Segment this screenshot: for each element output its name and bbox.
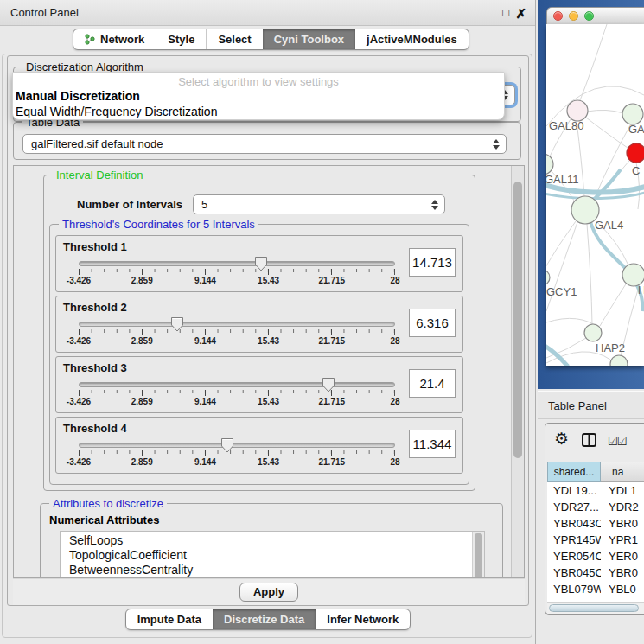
threshold-3-label: Threshold 3 xyxy=(63,361,127,374)
dropdown-option-equal-width-frequency[interactable]: Equal Width/Frequency Discretization xyxy=(13,104,504,119)
number-of-intervals-spinner[interactable]: 5 xyxy=(193,194,445,214)
apply-bar: Apply xyxy=(13,578,525,605)
threshold-4-label: Threshold 4 xyxy=(63,422,127,435)
threshold-4-value-field[interactable]: 11.344 xyxy=(409,430,456,458)
spinner-arrows-icon xyxy=(431,200,438,210)
node-label: GA xyxy=(628,123,644,136)
table-row[interactable]: YDR27...YDR2 xyxy=(547,499,644,515)
interval-definition-group: Interval Definition Number of Intervals … xyxy=(43,175,475,491)
select-columns-checkboxes-icon[interactable]: ☑☑ xyxy=(608,435,626,448)
close-traffic-light[interactable] xyxy=(553,11,563,21)
slider-ticks xyxy=(79,329,395,335)
slider-track[interactable] xyxy=(79,382,395,387)
panel-scrollbar-thumb[interactable] xyxy=(513,182,522,458)
numerical-attributes-label: Numerical Attributes xyxy=(49,513,159,526)
minimize-traffic-light[interactable] xyxy=(569,11,578,21)
table-row[interactable]: YBR045CYBR0 xyxy=(547,564,644,581)
node-selected-red[interactable] xyxy=(627,143,644,163)
table-row[interactable]: YDL19...YDL1 xyxy=(547,482,644,499)
tab-cyni-toolbox[interactable]: Cyni Toolbox xyxy=(263,29,355,49)
slider-track[interactable] xyxy=(79,443,395,448)
zoom-traffic-light[interactable] xyxy=(584,11,594,21)
table-data-combobox[interactable]: galFiltered.sif default node xyxy=(22,134,507,154)
dropdown-option-manual-discretization[interactable]: Manual Discretization xyxy=(13,88,504,104)
slider-ticks xyxy=(79,390,395,396)
interval-definition-group-title: Interval Definition xyxy=(53,169,146,182)
threshold-2-value-field[interactable]: 6.316 xyxy=(409,309,456,337)
table-panel: ⚙ ☑☑ shared... na YDL19...YDL1 YDR27...Y… xyxy=(545,423,644,615)
node-label: H xyxy=(638,284,644,296)
threshold-2-slider[interactable]: -3.426 2.859 9.144 15.43 21.715 28 xyxy=(79,322,395,347)
table-data-combobox-value: galFiltered.sif default node xyxy=(31,135,163,154)
slider-ticks xyxy=(79,450,395,456)
apply-button[interactable]: Apply xyxy=(239,583,298,602)
slider-tick-labels: -3.426 2.859 9.144 15.43 21.715 28 xyxy=(79,457,395,468)
tab-style[interactable]: Style xyxy=(156,29,206,49)
node-bottom-partial[interactable] xyxy=(610,355,628,366)
table-horizontal-scrollbar-thumb[interactable] xyxy=(549,604,639,612)
threshold-1-value-field[interactable]: 14.713 xyxy=(409,248,456,277)
network-window-titlebar xyxy=(546,7,644,24)
tab-select[interactable]: Select xyxy=(206,29,262,49)
node-hap2[interactable] xyxy=(584,324,602,341)
node-label: GAL11 xyxy=(546,173,579,186)
list-item[interactable]: BetweennessCentrality xyxy=(61,563,484,577)
control-panel: Control Panel □ ✗ Network Style Select xyxy=(0,0,536,644)
network-icon xyxy=(85,34,95,45)
threshold-3-value-field[interactable]: 21.4 xyxy=(409,369,456,398)
column-header-name[interactable]: na xyxy=(601,462,644,482)
tab-infer-network[interactable]: Infer Network xyxy=(316,609,410,629)
table-row[interactable]: YBR043CYBR0 xyxy=(547,515,644,532)
tab-infer-network-label: Infer Network xyxy=(327,609,399,629)
node-label: GAL4 xyxy=(595,219,623,232)
control-panel-title: Control Panel xyxy=(10,0,79,26)
list-scrollbar-thumb[interactable] xyxy=(475,533,482,578)
tab-impute-data-label: Impute Data xyxy=(137,609,201,629)
close-window-icon[interactable]: ✗ xyxy=(515,6,526,22)
network-canvas[interactable]: GAL80 GA C GAL11 GAL4 GCY1 H HAP2 xyxy=(546,24,644,366)
tab-select-label: Select xyxy=(218,29,251,49)
slider-track[interactable] xyxy=(79,261,395,266)
tab-discretize-data[interactable]: Discretize Data xyxy=(213,609,316,629)
slider-tick-labels: -3.426 2.859 9.144 15.43 21.715 28 xyxy=(79,397,395,407)
cyni-bottom-tabs: Impute Data Discretize Data Infer Networ… xyxy=(0,609,536,630)
slider-tick-labels: -3.426 2.859 9.144 15.43 21.715 28 xyxy=(79,276,395,286)
table-horizontal-scrollbar[interactable] xyxy=(547,602,644,614)
tab-impute-data[interactable]: Impute Data xyxy=(126,609,213,629)
panel-scrollbar[interactable] xyxy=(511,166,524,577)
node-gcy1[interactable] xyxy=(546,270,550,285)
threshold-4-box: Threshold 4 xyxy=(55,417,463,474)
node-label: GCY1 xyxy=(546,285,577,298)
threshold-list: Threshold 1 xyxy=(50,235,469,477)
tab-jactivemnodules[interactable]: jActiveMNodules xyxy=(355,29,469,49)
list-scrollbar[interactable] xyxy=(472,532,484,578)
float-window-icon[interactable]: □ xyxy=(502,6,509,19)
column-header-shared-name[interactable]: shared... xyxy=(547,462,601,482)
attributes-group-title: Attributes to discretize xyxy=(49,497,167,510)
tab-network[interactable]: Network xyxy=(73,29,156,49)
node-label: HAP2 xyxy=(596,341,625,354)
columns-icon[interactable] xyxy=(582,433,596,450)
list-item[interactable]: SelfLoops xyxy=(61,532,484,548)
table-row[interactable]: YPR145WYPR1 xyxy=(547,532,644,548)
threshold-2-label: Threshold 2 xyxy=(63,301,127,314)
threshold-1-slider[interactable]: -3.426 2.859 9.144 15.43 21.715 28 xyxy=(79,261,395,286)
tab-cyni-toolbox-label: Cyni Toolbox xyxy=(274,29,344,49)
algorithm-dropdown-popup: Select algorithm to view settings Manual… xyxy=(12,72,505,120)
table-data-group: Table Data galFiltered.sif default node xyxy=(13,122,521,160)
threshold-3-box: Threshold 3 xyxy=(55,356,463,413)
threshold-4-slider[interactable]: -3.426 2.859 9.144 15.43 21.715 28 xyxy=(79,443,395,468)
attributes-to-discretize-group: Attributes to discretize Numerical Attri… xyxy=(40,503,503,578)
list-item[interactable]: TopologicalCoefficient xyxy=(61,548,484,563)
table-row[interactable]: YER054CYER0 xyxy=(547,548,644,564)
tab-discretize-data-label: Discretize Data xyxy=(224,609,304,629)
node-top-right[interactable] xyxy=(622,104,643,124)
slider-track[interactable] xyxy=(79,322,395,327)
table-row[interactable]: YBL079WYBL0 xyxy=(547,581,644,597)
slider-tick-labels: -3.426 2.859 9.144 15.43 21.715 28 xyxy=(79,336,395,347)
threshold-3-slider[interactable]: -3.426 2.859 9.144 15.43 21.715 28 xyxy=(79,382,395,407)
cyni-toolbox-panel: Discretization Algorithm Select algorith… xyxy=(7,55,529,606)
node-attribute-table: shared... na YDL19...YDL1 YDR27...YDR2 Y… xyxy=(547,462,644,602)
gear-icon[interactable]: ⚙ xyxy=(554,430,569,447)
node-gal80[interactable] xyxy=(567,100,588,121)
